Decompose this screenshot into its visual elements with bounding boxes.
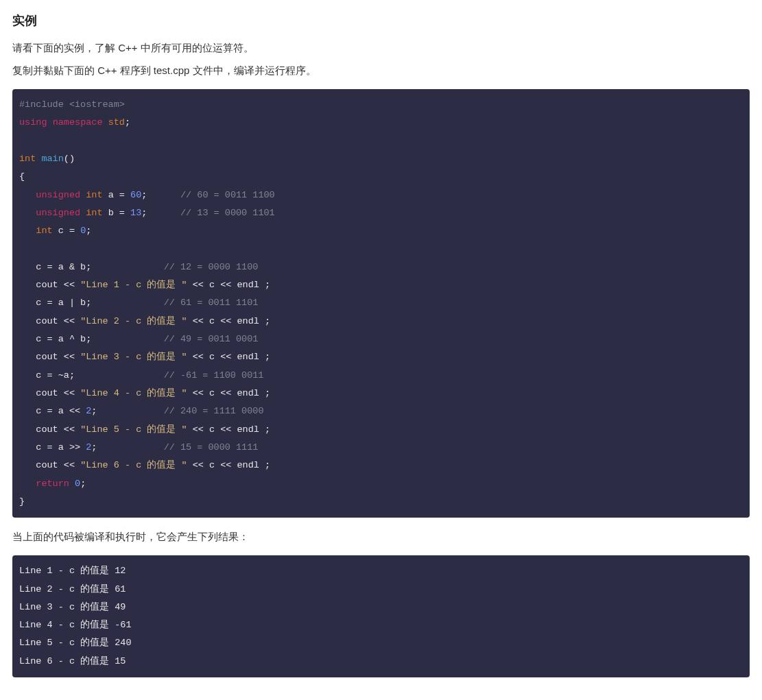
code-token: int [19,154,36,164]
code-token: << c << [187,388,237,398]
code-token: << c << [187,460,237,470]
code-token: a [108,190,114,200]
code-token: cout [36,316,58,326]
code-token: << [58,316,80,326]
code-token: // 12 = 0000 1100 [164,262,259,272]
code-token: cout [36,424,58,435]
output-pre: Line 1 - c 的值是 12 Line 2 - c 的值是 61 Line… [19,562,743,671]
code-token [19,208,36,218]
code-token: << [58,424,80,435]
code-token: unsigned [36,208,80,218]
code-token: ; [91,406,163,416]
code-token: << [58,460,80,470]
code-token: ; [259,316,270,326]
code-token: namespace [53,117,103,128]
code-token: << [58,388,80,398]
code-token: ; [141,190,180,200]
code-token: // 240 = 1111 0000 [164,406,264,416]
code-token: 0 [75,479,80,489]
code-token: c = a << [19,406,86,416]
code-token: ; [125,117,130,128]
code-token [19,460,36,470]
code-token: << c << [187,316,237,326]
code-token: << [58,352,80,362]
code-block: #include <iostream> using namespace std;… [12,89,750,518]
code-token: () [64,154,75,164]
code-token: endl [237,280,259,290]
code-token: // -61 = 1100 0011 [164,370,264,381]
code-token: "Line 4 - c 的值是 " [80,388,187,398]
code-token: ; [259,388,270,398]
code-token: c = a | b; [19,298,164,308]
code-token: c = ~a; [19,370,164,381]
output-block: Line 1 - c 的值是 12 Line 2 - c 的值是 61 Line… [12,555,750,677]
code-token: endl [237,352,259,362]
code-token [53,226,58,236]
code-token: c = a & b; [19,262,164,272]
code-token: int [86,190,102,200]
code-token [103,117,108,128]
code-token [19,388,36,398]
code-token: endl [237,424,259,435]
code-token: = [64,226,80,236]
code-token: cout [36,280,58,290]
code-token: endl [237,460,259,470]
code-token [69,479,75,489]
intro-line-1: 请看下面的实例，了解 C++ 中所有可用的位运算符。 [12,38,750,57]
code-token: { [19,171,25,182]
code-token: int [86,208,102,218]
code-token: // 49 = 0011 0001 [164,334,259,344]
code-token [47,117,53,128]
code-token [19,316,36,326]
code-token [19,424,36,435]
code-token: cout [36,352,58,362]
code-token: ; [259,460,270,470]
code-token [19,352,36,362]
code-token: // 15 = 0000 1111 [164,442,259,452]
section-heading: 实例 [12,12,750,29]
code-token: c = a ^ b; [19,334,164,344]
code-token: << c << [187,352,237,362]
code-token: "Line 3 - c 的值是 " [80,352,187,362]
code-token: cout [36,388,58,398]
code-token: // 61 = 0011 1101 [164,298,259,308]
code-token: ; [259,352,270,362]
code-token [19,190,36,200]
code-token: std [108,117,125,128]
code-token: << c << [187,424,237,435]
code-token: // 13 = 0000 1101 [180,208,275,218]
code-token: "Line 6 - c 的值是 " [80,460,187,470]
code-token: = [114,190,130,200]
code-token: "Line 1 - c 的值是 " [80,280,187,290]
code-token: ; [259,280,270,290]
code-token: ; [86,226,91,236]
code-token: int [36,226,52,236]
code-token: c = a >> [19,442,86,452]
code-token: return [36,479,69,489]
code-token [19,226,36,236]
code-token [103,208,108,218]
code-pre: #include <iostream> using namespace std;… [19,96,743,511]
code-token: } [19,496,25,507]
code-token [19,479,36,489]
code-token: = [114,208,130,218]
code-token: unsigned [36,190,80,200]
code-token [19,280,36,290]
code-token: "Line 2 - c 的值是 " [80,316,187,326]
code-token: ; [141,208,180,218]
code-token: 13 [130,208,141,218]
code-token: "Line 5 - c 的值是 " [80,424,187,435]
after-code-text: 当上面的代码被编译和执行时，它会产生下列结果： [12,527,750,546]
code-token: << [58,280,80,290]
code-token: b [108,208,114,218]
code-token: ; [91,442,163,452]
code-token: using [19,117,47,128]
code-token: endl [237,388,259,398]
code-token: c [58,226,64,236]
code-token: #include <iostream> [19,99,125,110]
code-token: cout [36,460,58,470]
code-token: ; [259,424,270,435]
code-token: endl [237,316,259,326]
code-token: 60 [130,190,141,200]
code-token [103,190,108,200]
